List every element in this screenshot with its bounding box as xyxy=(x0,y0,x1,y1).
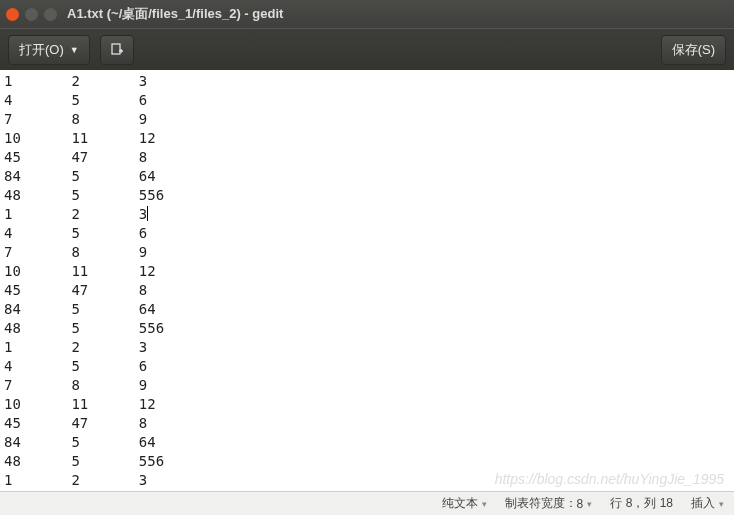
window-controls xyxy=(6,8,57,21)
save-button-label: 保存(S) xyxy=(672,41,715,59)
chevron-down-icon: ▼ xyxy=(70,45,79,55)
new-tab-button[interactable] xyxy=(100,35,134,65)
new-document-icon xyxy=(110,43,124,57)
editor-content[interactable]: 1 2 3 4 5 6 7 8 9 10 11 12 45 47 8 84 5 … xyxy=(0,70,734,491)
editor-area[interactable]: 1 2 3 4 5 6 7 8 9 10 11 12 45 47 8 84 5 … xyxy=(0,70,734,491)
insert-mode-selector[interactable]: 插入 xyxy=(691,495,724,512)
titlebar: A1.txt (~/桌面/files_1/files_2) - gedit xyxy=(0,0,734,28)
statusbar: 纯文本 制表符宽度： 8 行 8，列 18 插入 xyxy=(0,491,734,515)
open-button-label: 打开(O) xyxy=(19,41,64,59)
open-button[interactable]: 打开(O) ▼ xyxy=(8,35,90,65)
filetype-selector[interactable]: 纯文本 xyxy=(442,495,487,512)
cursor-position: 行 8，列 18 xyxy=(610,495,673,512)
close-icon[interactable] xyxy=(6,8,19,21)
minimize-icon[interactable] xyxy=(25,8,38,21)
tabwidth-value: 8 xyxy=(577,497,584,511)
insert-mode-label: 插入 xyxy=(691,495,715,512)
maximize-icon[interactable] xyxy=(44,8,57,21)
position-label: 行 8，列 18 xyxy=(610,495,673,512)
tabwidth-selector[interactable]: 制表符宽度： 8 xyxy=(505,495,593,512)
save-button[interactable]: 保存(S) xyxy=(661,35,726,65)
window-title: A1.txt (~/桌面/files_1/files_2) - gedit xyxy=(67,5,283,23)
toolbar: 打开(O) ▼ 保存(S) xyxy=(0,28,734,70)
filetype-label: 纯文本 xyxy=(442,495,478,512)
svg-rect-0 xyxy=(112,44,120,54)
tabwidth-label: 制表符宽度： xyxy=(505,495,577,512)
